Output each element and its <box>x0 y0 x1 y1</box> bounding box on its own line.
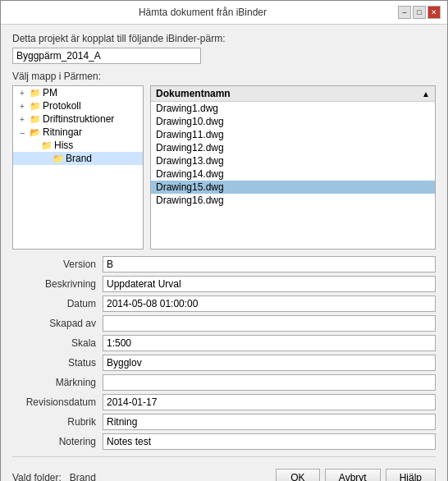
file-row[interactable]: Drawing16.dwg <box>151 194 435 207</box>
tree-label-ritningar: Ritningar <box>43 126 82 138</box>
detail-row-beskrivning: Beskrivning <box>12 276 436 292</box>
file-list-header: Dokumentnamn ▲ <box>151 86 435 102</box>
folder-section-label: Välj mapp i Pärmen: <box>12 71 436 82</box>
main-window: Hämta dokument från iBinder – □ ✕ Detta … <box>0 0 448 481</box>
tree-item-ritningar[interactable]: – 📂 Ritningar <box>13 126 143 139</box>
folder-icon-protokoll: 📁 <box>30 101 41 112</box>
file-row[interactable]: Drawing10.dwg <box>151 115 435 128</box>
input-notering[interactable] <box>103 433 436 450</box>
footer: Vald folder: Brand OK Avbryt Hjälp <box>12 464 436 481</box>
tree-item-brand[interactable]: 📁 Brand <box>13 152 143 165</box>
detail-row-markning: Märkning <box>12 374 436 391</box>
folder-icon-brand: 📁 <box>53 153 64 164</box>
tree-label-hiss: Hiss <box>54 140 73 151</box>
file-row[interactable]: Drawing14.dwg <box>151 167 435 181</box>
folder-icon-hiss: 📁 <box>41 140 53 151</box>
label-skapad-av: Skapad av <box>12 318 103 329</box>
details-area: Version Beskrivning Datum Skapad av Skal… <box>12 256 436 450</box>
tree-label-pm: PM <box>43 87 57 98</box>
cancel-button[interactable]: Avbryt <box>325 469 381 481</box>
file-row[interactable]: Drawing12.dwg <box>151 141 435 154</box>
input-status[interactable] <box>103 355 436 371</box>
close-button[interactable]: ✕ <box>427 6 441 19</box>
folder-icon-pm: 📁 <box>30 88 41 98</box>
project-name-input[interactable] <box>12 48 201 64</box>
ok-button[interactable]: OK <box>276 469 320 481</box>
input-datum[interactable] <box>103 295 436 312</box>
vald-folder-value: Brand <box>70 472 96 481</box>
detail-row-version: Version <box>12 256 436 273</box>
detail-row-notering: Notering <box>12 433 436 450</box>
help-button[interactable]: Hjälp <box>386 469 436 481</box>
tree-label-brand: Brand <box>66 153 92 164</box>
tree-label-protokoll: Protokoll <box>43 100 81 112</box>
file-column-header: Dokumentnamn <box>156 88 231 99</box>
detail-row-datum: Datum <box>12 295 436 312</box>
tree-item-driftinstruktioner[interactable]: + 📁 Driftinstruktioner <box>13 112 143 126</box>
input-skapad-av[interactable] <box>103 315 436 332</box>
label-datum: Datum <box>12 298 103 309</box>
folder-tree[interactable]: + 📁 PM + 📁 Protokoll + 📁 Driftinstruktio… <box>12 85 144 250</box>
input-skala[interactable] <box>103 335 436 351</box>
tree-item-hiss[interactable]: 📁 Hiss <box>13 139 143 152</box>
file-row[interactable]: Drawing13.dwg <box>151 154 435 167</box>
window-body: Detta projekt är kopplat till följande i… <box>1 25 447 481</box>
minimize-button[interactable]: – <box>398 6 411 19</box>
detail-row-skala: Skala <box>12 335 436 351</box>
window-controls: – □ ✕ <box>398 6 441 19</box>
main-area: + 📁 PM + 📁 Protokoll + 📁 Driftinstruktio… <box>12 85 436 250</box>
expand-icon-ritningar: – <box>16 128 28 137</box>
detail-row-status: Status <box>12 355 436 371</box>
divider <box>12 456 436 457</box>
input-version[interactable] <box>103 256 436 273</box>
maximize-button[interactable]: □ <box>413 6 426 19</box>
label-status: Status <box>12 357 103 369</box>
label-skala: Skala <box>12 337 103 349</box>
title-bar: Hämta dokument från iBinder – □ ✕ <box>1 1 447 25</box>
expand-icon-pm: + <box>16 89 28 98</box>
expand-icon-driftinstruktioner: + <box>16 115 28 124</box>
tree-label-driftinstruktioner: Driftinstruktioner <box>43 113 114 125</box>
file-row[interactable]: Drawing11.dwg <box>151 128 435 141</box>
detail-row-rubrik: Rubrik <box>12 414 436 430</box>
label-beskrivning: Beskrivning <box>12 278 103 290</box>
scroll-up-icon: ▲ <box>422 89 430 98</box>
tree-item-pm[interactable]: + 📁 PM <box>13 86 143 99</box>
label-rubrik: Rubrik <box>12 416 103 428</box>
detail-row-skapad-av: Skapad av <box>12 315 436 332</box>
input-markning[interactable] <box>103 374 436 391</box>
tree-item-protokoll[interactable]: + 📁 Protokoll <box>13 99 143 112</box>
folder-icon-ritningar: 📂 <box>30 127 41 138</box>
label-notering: Notering <box>12 436 103 447</box>
folder-icon-driftinstruktioner: 📁 <box>30 114 41 125</box>
input-revisionsdatum[interactable] <box>103 394 436 410</box>
project-description: Detta projekt är kopplat till följande i… <box>12 33 436 44</box>
file-list-panel[interactable]: Dokumentnamn ▲ Drawing1.dwg Drawing10.dw… <box>150 85 436 250</box>
label-revisionsdatum: Revisionsdatum <box>12 396 103 408</box>
label-version: Version <box>12 259 103 270</box>
input-beskrivning[interactable] <box>103 276 436 292</box>
expand-icon-protokoll: + <box>16 102 28 111</box>
detail-row-revisionsdatum: Revisionsdatum <box>12 394 436 410</box>
vald-folder-label: Vald folder: <box>12 472 62 481</box>
label-markning: Märkning <box>12 377 103 388</box>
action-buttons: OK Avbryt Hjälp <box>276 469 436 481</box>
vald-folder-section: Vald folder: Brand <box>12 472 96 481</box>
input-rubrik[interactable] <box>103 414 436 430</box>
file-row[interactable]: Drawing1.dwg <box>151 102 435 115</box>
window-title: Hämta dokument från iBinder <box>7 7 398 18</box>
file-row-selected[interactable]: Drawing15.dwg <box>151 181 435 194</box>
